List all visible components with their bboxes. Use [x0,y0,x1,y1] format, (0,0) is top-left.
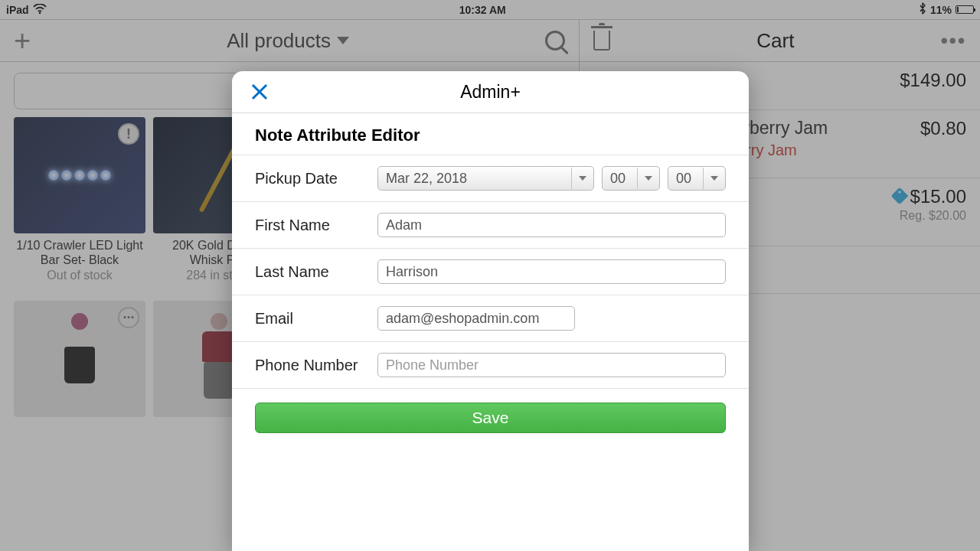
close-button[interactable] [244,71,275,112]
phone-input[interactable] [377,353,726,377]
close-icon [250,83,269,101]
last-name-row: Last Name [232,248,749,295]
pickup-date-label: Pickup Date [255,170,377,187]
chevron-down-icon [571,168,593,189]
pickup-minute-select[interactable]: 00 [668,166,726,191]
email-row: Email [232,295,749,341]
chevron-down-icon [637,168,658,189]
modal-title: Admin+ [460,82,521,103]
section-title: Note Attribute Editor [232,113,749,155]
email-input[interactable] [377,306,575,331]
first-name-row: First Name [232,201,749,248]
pickup-hour-select[interactable]: 00 [602,166,660,191]
save-button[interactable]: Save [255,403,726,433]
last-name-input[interactable] [377,259,726,284]
pickup-date-row: Pickup Date Mar 22, 2018 00 00 [232,155,749,201]
first-name-input[interactable] [377,213,726,237]
phone-row: Phone Number [232,341,749,388]
first-name-label: First Name [255,217,377,234]
email-label: Email [255,310,377,328]
chevron-down-icon [703,168,724,189]
pickup-date-select[interactable]: Mar 22, 2018 [377,166,594,191]
phone-label: Phone Number [255,357,377,374]
admin-plus-modal: Admin+ Note Attribute Editor Pickup Date… [232,71,749,551]
last-name-label: Last Name [255,263,377,281]
